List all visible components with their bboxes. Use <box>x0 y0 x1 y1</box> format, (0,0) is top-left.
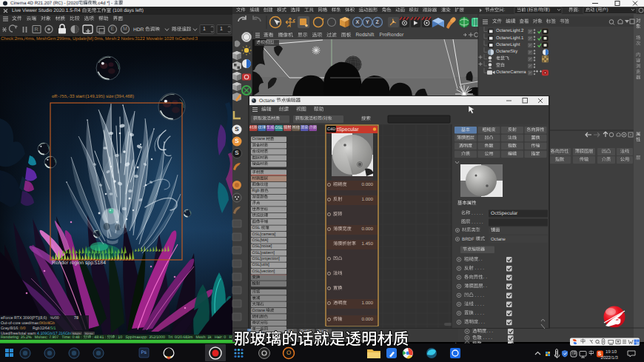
svg-text:Y: Y <box>366 20 369 25</box>
svg-text:0.000: 0.000 <box>362 317 374 322</box>
svg-text:OctaneLight.1: OctaneLight.1 <box>496 36 524 41</box>
svg-text:Grey/8/16:: Grey/8/16: <box>1 326 20 331</box>
svg-text:O: O <box>286 349 291 356</box>
svg-text:Check:2ms,/4ms, MeshGen:299ms,: Check:2ms,/4ms, MeshGen:299ms, Update[M]… <box>1 36 198 41</box>
svg-text:OSL[pattern]: OSL[pattern] <box>252 251 275 255</box>
svg-text:OSL[vection]: OSL[vection] <box>252 269 275 274</box>
svg-text:Live Viewer Studio 2020.1.5-R4: Live Viewer Studio 2020.1.5-R4 <box>12 8 81 13</box>
svg-text:(108 days left): (108 days left) <box>111 8 144 13</box>
svg-text:. . . .: . . . . <box>474 266 484 271</box>
svg-text::: : <box>578 7 580 13</box>
svg-text:1.000: 1.000 <box>362 197 374 202</box>
svg-text:. .: . . <box>478 257 483 262</box>
svg-text:OctaneLight.2: OctaneLight.2 <box>496 28 524 33</box>
svg-text:): ) <box>549 7 550 13</box>
svg-text:C4D: C4D <box>327 127 335 132</box>
svg-text:OSL[utils]: OSL[utils] <box>252 263 270 267</box>
svg-text:Octane: Octane <box>491 237 506 242</box>
svg-text:eForce RTX 3090[PT](8,6) %/0: eForce RTX 3090[PT](8,6) %/00 <box>1 316 59 321</box>
svg-text:OSL[projection]: OSL[projection] <box>252 257 281 261</box>
svg-text:X: X <box>356 20 360 25</box>
svg-text:5/1: 5/1 <box>50 326 56 331</box>
svg-text:E: E <box>111 27 115 32</box>
svg-text:Cinema 4D R21.207 (RC) - [2020: Cinema 4D R21.207 (RC) - [2020 <box>10 1 78 6</box>
svg-text:1.000: 1.000 <box>362 301 374 306</box>
svg-text:. .: . . <box>483 275 488 280</box>
svg-text:Octane: Octane <box>252 309 266 313</box>
svg-text:R: R <box>35 26 38 33</box>
svg-text:: 48:41 :: : 48:41 : <box>91 335 107 340</box>
svg-text:OSL[camera]: OSL[camera] <box>252 232 276 237</box>
svg-text:Rgb32/64:: Rgb32/64: <box>33 326 52 331</box>
svg-text:OSL[MA]: OSL[MA] <box>252 238 269 243</box>
svg-text:. . . .: . . . . <box>474 293 484 298</box>
svg-text:): ) <box>607 7 608 13</box>
svg-text:M: M <box>123 27 127 32</box>
svg-text:. . . . .: . . . . . <box>470 211 483 216</box>
svg-text:0.000: 0.000 <box>362 227 374 232</box>
svg-text:Out-of-core used/max:: Out-of-core used/max: <box>1 321 40 326</box>
svg-text:Render region spp:5184: Render region spp:5184 <box>52 261 106 266</box>
svg-text:1: 1 <box>203 27 206 32</box>
svg-text:OSL: OSL <box>252 226 261 230</box>
svg-text:Redshift: Redshift <box>355 33 374 38</box>
svg-text:OSL: OSL <box>275 126 283 130</box>
svg-text:0Kb/4Gb: 0Kb/4Gb <box>39 321 55 326</box>
svg-text:. . .: . . . <box>478 320 485 325</box>
svg-text:0.000: 0.000 <box>362 182 374 187</box>
svg-text:. . .: . . . <box>486 329 493 334</box>
svg-text:. . . .: . . . . <box>482 335 492 341</box>
svg-text:Rendering: 35.2% Ms/sec: 7.9: Rendering: 35.2% Ms/sec: 7.907 Time: 0:4… <box>1 335 83 340</box>
svg-text:19:10: 19:10 <box>606 349 617 355</box>
svg-text:: 10 Spp/maxspp: 352/1000: : 10 Spp/maxspp: 352/1000 Tri: 0/20.683m… <box>115 335 243 340</box>
svg-text:off:-755,-33 start:(149,195) s: off:-755,-33 start:(149,195) size:(394,4… <box>52 94 134 99</box>
svg-text:OctaneLight: OctaneLight <box>496 42 520 47</box>
svg-text:Octane: Octane <box>252 137 266 141</box>
svg-text:1: 1 <box>220 27 223 32</box>
svg-text:HDR: HDR <box>133 27 145 33</box>
svg-text:. . . .: . . . . <box>474 311 484 316</box>
svg-text:ProRender: ProRender <box>379 33 404 38</box>
svg-text:Rgb: Rgb <box>252 189 261 193</box>
svg-text::: : <box>504 7 506 13</box>
svg-text:. . . .: . . . . <box>474 302 484 307</box>
svg-text:Ps: Ps <box>141 350 147 355</box>
svg-text:BRDF: BRDF <box>462 237 476 242</box>
svg-text:OctaneSky: OctaneSky <box>496 49 517 54</box>
svg-text:tSpecular: tSpecular <box>337 127 359 133</box>
svg-text:78: 78 <box>74 316 78 321</box>
svg-text:1.450: 1.450 <box>362 241 374 247</box>
svg-text:OctaneCamera: OctaneCamera <box>496 70 526 75</box>
svg-text:Octane: Octane <box>259 98 276 104</box>
svg-text:/: / <box>538 7 540 13</box>
svg-text:S: S <box>235 138 239 144</box>
svg-text:2022/1/3: 2022/1/3 <box>601 355 619 361</box>
svg-text:. . . . .: . . . . . <box>470 220 483 225</box>
svg-text:OctSpecular: OctSpecular <box>491 211 518 216</box>
svg-text:OSL[noise]: OSL[noise] <box>252 244 272 249</box>
svg-text:Z: Z <box>376 20 380 25</box>
svg-text:0/0: 0/0 <box>20 326 25 331</box>
svg-text:S: S <box>235 150 239 156</box>
svg-text:. .: . . <box>483 284 488 289</box>
svg-text:S: S <box>235 126 239 133</box>
svg-text:.c4d *] -: .c4d *] - <box>97 1 114 6</box>
